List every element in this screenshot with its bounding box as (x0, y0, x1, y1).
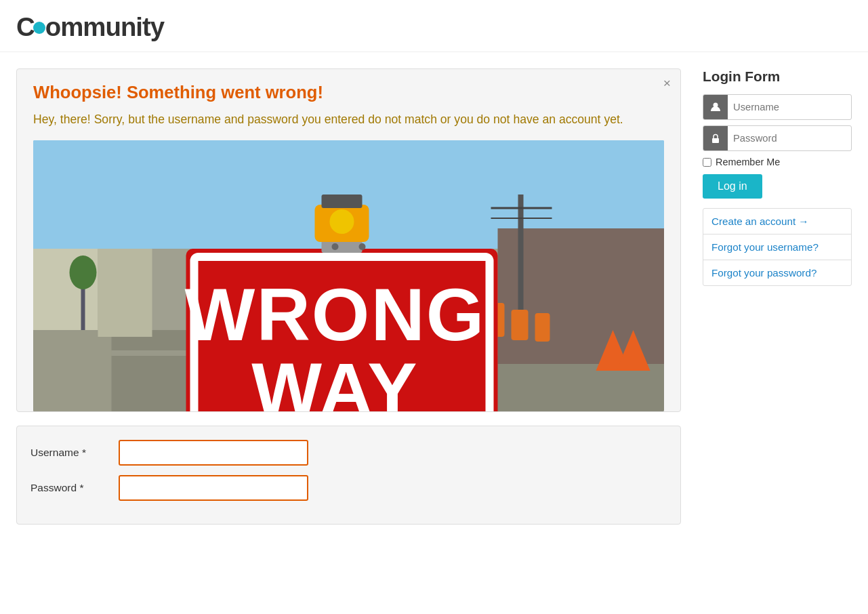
left-column: × Whoopsie! Something went wrong! Hey, t… (16, 68, 681, 525)
svg-point-20 (332, 243, 339, 250)
username-input[interactable] (119, 440, 308, 466)
main-layout: × Whoopsie! Something went wrong! Hey, t… (0, 52, 868, 541)
svg-rect-13 (535, 313, 550, 342)
sidebar-links: Create an account → Forgot your username… (703, 208, 852, 286)
sidebar-password-row (703, 125, 852, 151)
svg-text:WRONG: WRONG (185, 272, 486, 356)
svg-rect-12 (512, 310, 529, 340)
sidebar-username-row (703, 94, 852, 120)
logo-suffix: ommunity (45, 12, 164, 41)
alert-body: Hey, there! Sorry, but the username and … (33, 110, 664, 128)
create-account-link[interactable]: Create an account → (703, 209, 851, 234)
svg-point-29 (70, 255, 97, 289)
svg-rect-23 (322, 195, 363, 208)
alert-box: × Whoopsie! Something went wrong! Hey, t… (16, 68, 681, 412)
sidebar-username-input[interactable] (728, 96, 852, 118)
password-label: Password * (30, 482, 112, 494)
sidebar-password-input[interactable] (728, 127, 852, 149)
sidebar-title: Login Form (703, 68, 852, 85)
remember-me-label: Remember Me (716, 157, 780, 167)
username-label: Username * (30, 447, 112, 459)
right-sidebar: Login Form Remember Me (703, 68, 852, 286)
svg-point-24 (330, 209, 354, 234)
logo-dot-icon (33, 22, 45, 34)
alert-title: Whoopsie! Something went wrong! (33, 83, 664, 102)
logo-prefix: C (16, 12, 35, 41)
password-input[interactable] (119, 475, 308, 501)
svg-rect-19 (322, 241, 363, 253)
username-row: Username * (30, 440, 667, 466)
svg-rect-31 (712, 138, 719, 143)
user-icon (703, 95, 728, 119)
remember-me-row: Remember Me (703, 157, 852, 167)
bottom-login-form: Username * Password * (16, 426, 681, 525)
lock-icon (703, 126, 728, 150)
svg-rect-26 (33, 330, 112, 411)
header: Community (0, 0, 868, 52)
logo: Community (16, 12, 852, 42)
alert-image: WRONG WAY (33, 140, 664, 411)
login-button[interactable]: Log in (703, 174, 762, 199)
svg-rect-27 (98, 249, 152, 337)
password-row: Password * (30, 475, 667, 501)
forgot-username-link[interactable]: Forgot your username? (703, 234, 851, 260)
alert-close-button[interactable]: × (663, 76, 671, 91)
svg-text:WAY: WAY (251, 347, 418, 411)
remember-me-checkbox[interactable] (703, 158, 711, 167)
forgot-password-link[interactable]: Forgot your password? (703, 260, 851, 285)
svg-point-21 (359, 243, 366, 250)
